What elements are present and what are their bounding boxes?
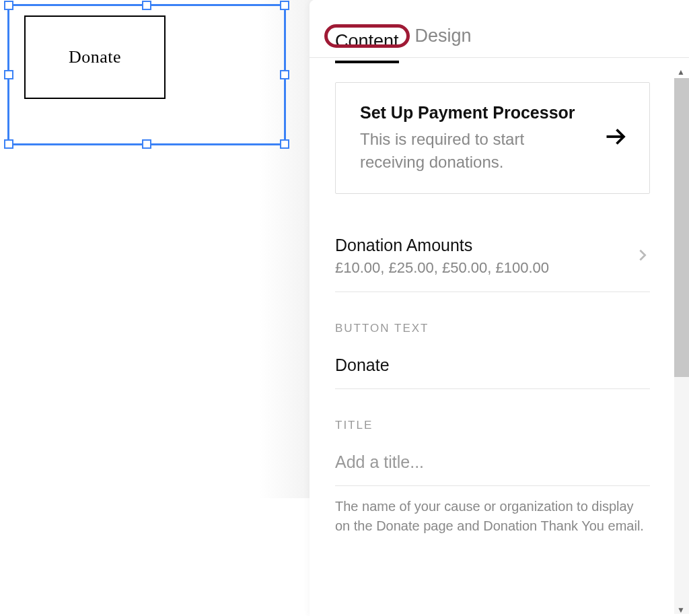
panel-scroll-region[interactable]: Set Up Payment Processor This is require… [310,58,689,549]
button-text-label: BUTTON TEXT [335,322,650,335]
resize-handle-bottom-left[interactable] [4,139,13,149]
donate-button-preview-label: Donate [69,47,121,67]
donation-amounts-values: £10.00, £25.00, £50.00, £100.00 [335,259,549,277]
resize-handle-middle-right[interactable] [280,70,289,79]
chevron-right-icon [635,248,650,265]
canvas-area[interactable]: Donate [0,0,310,616]
panel-body: Set Up Payment Processor This is require… [310,58,689,596]
selection-bounding-box[interactable]: Donate [7,4,286,145]
donation-amounts-label: Donation Amounts [335,236,549,255]
resize-handle-bottom-middle[interactable] [142,139,151,149]
setup-card-title: Set Up Payment Processor [360,103,590,123]
resize-handle-top-middle[interactable] [142,1,151,10]
title-section: TITLE The name of your cause or organiza… [335,389,650,536]
button-text-input[interactable] [335,350,650,389]
title-help-text: The name of your cause or organization t… [335,497,650,536]
setup-payment-processor-card[interactable]: Set Up Payment Processor This is require… [335,82,650,194]
scrollbar-arrow-down-icon[interactable]: ▼ [677,605,686,615]
editor-side-panel: Content Design ▲ ▼ Set Up Payment Proces… [310,0,689,616]
title-input[interactable] [335,447,650,486]
donation-amounts-text: Donation Amounts £10.00, £25.00, £50.00,… [335,236,549,277]
resize-handle-middle-left[interactable] [4,70,13,79]
button-text-section: BUTTON TEXT [335,292,650,389]
donation-amounts-row[interactable]: Donation Amounts £10.00, £25.00, £50.00,… [335,217,650,292]
donate-button-preview[interactable]: Donate [24,15,166,99]
setup-card-description: This is required to start receiving dona… [360,128,590,173]
tab-design[interactable]: Design [415,26,472,57]
resize-handle-top-left[interactable] [4,1,13,10]
panel-tabs: Content Design [310,0,689,57]
title-label: TITLE [335,419,650,432]
resize-handle-bottom-right[interactable] [280,139,289,149]
setup-card-text: Set Up Payment Processor This is require… [360,103,590,173]
arrow-right-icon [604,125,628,151]
resize-handle-top-right[interactable] [280,1,289,10]
